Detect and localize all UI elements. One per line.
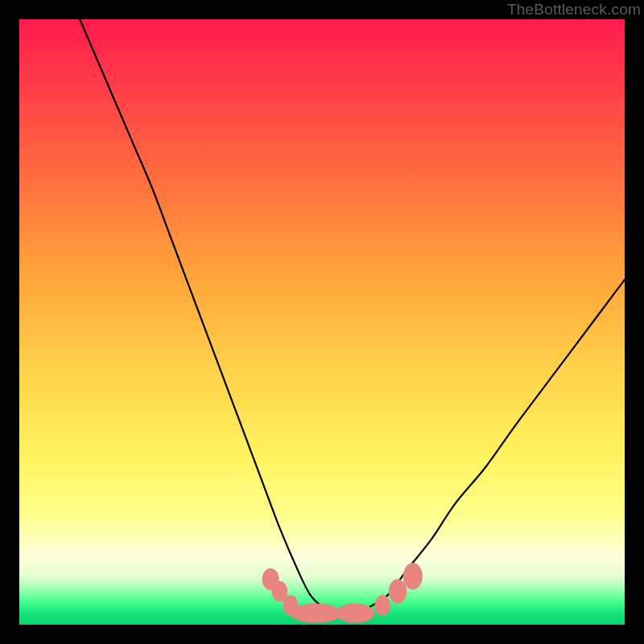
curve-marker: [389, 580, 407, 604]
bottleneck-curve-path: [80, 19, 625, 613]
curve-marker: [403, 563, 423, 589]
chart-frame: TheBottleneck.com: [0, 0, 644, 644]
chart-svg: [19, 19, 625, 625]
curve-marker: [336, 604, 374, 623]
attribution-label: TheBottleneck.com: [507, 0, 641, 19]
curve-marker: [374, 595, 390, 616]
marker-layer: [262, 563, 423, 622]
plot-area: [19, 19, 625, 625]
curve-marker: [290, 604, 342, 623]
